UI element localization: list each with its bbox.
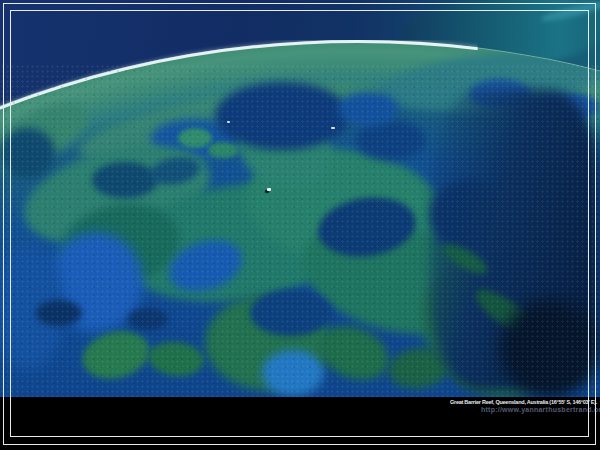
photo-caption-bar: Great Barrier Reef, Queensland, Australi… xyxy=(0,397,600,450)
reef-aerial-photo xyxy=(0,0,600,397)
boat-speck xyxy=(267,188,271,191)
foam-fleck xyxy=(331,127,335,129)
photo-grain-texture xyxy=(0,64,600,397)
photo-caption-url: http://www.yannarthusbertrand.org xyxy=(481,406,600,414)
foam-fleck xyxy=(227,121,230,123)
photo-caption-location: Great Barrier Reef, Queensland, Australi… xyxy=(450,399,597,406)
desktop-wallpaper: Great Barrier Reef, Queensland, Australi… xyxy=(0,0,600,450)
